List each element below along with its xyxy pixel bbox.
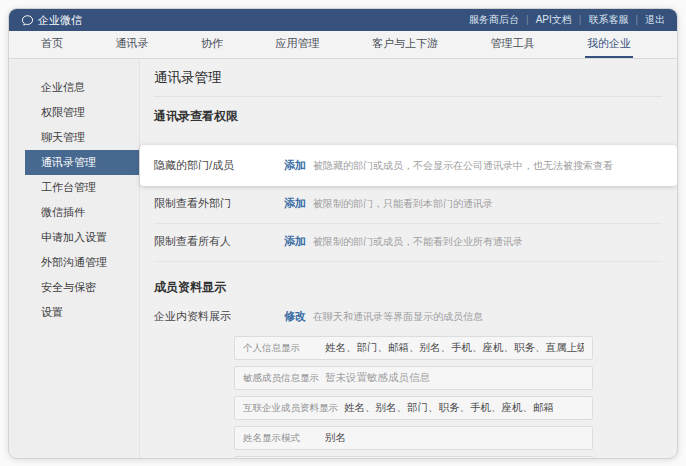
nav-tab[interactable]: 我的企业 (585, 31, 633, 58)
sidebar: 企业信息 权限管理 聊天管理 通讯录管理 工作台管理 微信插件 申请加入设置 外… (9, 59, 140, 458)
nav-tab[interactable]: 协作 (199, 31, 225, 58)
table-row-label: 敏感成员信息显示 (243, 372, 325, 385)
primary-nav: 首页 通讯录 协作 应用管理 客户与上下游 管理工具 我的企业 (9, 31, 677, 59)
add-link[interactable]: 添加 (284, 234, 306, 249)
modify-link[interactable]: 修改 (284, 309, 306, 324)
topbar-link[interactable]: 联系客服 (588, 13, 645, 27)
profile-display-table: 个人信息显示 姓名、部门、邮箱、别名、手机、座机、职务、直属上级、官网、测...… (234, 336, 593, 459)
permission-row-desc: 被限制的部门或成员，不能看到企业所有通讯录 (313, 235, 523, 249)
permission-row-label: 隐藏的部门/成员 (154, 158, 284, 173)
profile-edit-label: 企业内资料展示 (154, 309, 284, 324)
table-row: 姓名显示模式 别名 (234, 426, 593, 450)
sidebar-item[interactable]: 企业信息 (25, 75, 139, 100)
table-row-label: 姓名显示模式 (243, 432, 325, 445)
content-body: 企业信息 权限管理 聊天管理 通讯录管理 工作台管理 微信插件 申请加入设置 外… (9, 59, 677, 458)
topbar-link[interactable]: 服务商后台 (469, 13, 536, 27)
add-link[interactable]: 添加 (284, 158, 306, 173)
permission-row: 限制查看所有人 添加 被限制的部门或成员，不能看到企业所有通讯录 (154, 224, 662, 262)
nav-tab[interactable]: 管理工具 (489, 31, 537, 58)
add-link[interactable]: 添加 (284, 196, 306, 211)
profile-edit-row: 企业内资料展示 修改 在聊天和通讯录等界面显示的成员信息 (154, 309, 662, 324)
topbar-link[interactable]: 退出 (645, 13, 665, 27)
sidebar-item[interactable]: 设置 (25, 300, 139, 325)
permission-row-label: 限制查看外部门 (154, 196, 284, 211)
topbar: 企业微信 服务商后台 API文档 联系客服 退出 (9, 9, 677, 31)
sidebar-item[interactable]: 通讯录管理 (25, 150, 139, 175)
table-row: 桌面端信息显示 职务 (234, 456, 593, 459)
sidebar-item[interactable]: 权限管理 (25, 100, 139, 125)
nav-tab[interactable]: 通讯录 (114, 31, 151, 58)
page-title: 通讯录管理 (154, 68, 662, 87)
app-logo: 企业微信 (21, 13, 82, 28)
table-row-value: 暂未设置敏感成员信息 (325, 371, 430, 385)
app-window: 企业微信 服务商后台 API文档 联系客服 退出 首页 通讯录 协作 应用管理 … (8, 8, 678, 459)
sidebar-item[interactable]: 工作台管理 (25, 175, 139, 200)
nav-tab[interactable]: 客户与上下游 (370, 31, 440, 58)
sidebar-item[interactable]: 聊天管理 (25, 125, 139, 150)
table-row-value: 姓名、别名、部门、职务、手机、座机、邮箱 (344, 401, 554, 415)
section-heading-view-permission: 通讯录查看权限 (154, 109, 662, 124)
title-divider (154, 96, 662, 97)
table-row: 互联企业成员资料显示 姓名、别名、部门、职务、手机、座机、邮箱 (234, 396, 593, 420)
permission-row-desc: 被限制的部门，只能看到本部门的通讯录 (313, 197, 493, 211)
nav-tab[interactable]: 首页 (39, 31, 65, 58)
sidebar-item[interactable]: 外部沟通管理 (25, 250, 139, 275)
sidebar-item[interactable]: 微信插件 (25, 200, 139, 225)
permission-row-desc: 被隐藏的部门或成员，不会显示在公司通讯录中，也无法被搜索查看 (313, 159, 613, 173)
table-row-label: 个人信息显示 (243, 342, 325, 355)
profile-edit-desc: 在聊天和通讯录等界面显示的成员信息 (313, 310, 483, 324)
main-panel: 通讯录管理 通讯录查看权限 隐藏的部门/成员 添加 被隐藏的部门或成员，不会显示… (140, 59, 677, 458)
wecom-chat-bubble-icon (21, 14, 34, 27)
table-row-value: 别名 (325, 431, 346, 445)
sidebar-item[interactable]: 安全与保密 (25, 275, 139, 300)
permission-row-label: 限制查看所有人 (154, 234, 284, 249)
table-row-value: 姓名、部门、邮箱、别名、手机、座机、职务、直属上级、官网、测... (325, 341, 584, 355)
table-row: 个人信息显示 姓名、部门、邮箱、别名、手机、座机、职务、直属上级、官网、测... (234, 336, 593, 360)
topbar-link[interactable]: API文档 (536, 13, 589, 27)
section-heading-profile-display: 成员资料显示 (154, 280, 662, 295)
table-row-label: 互联企业成员资料显示 (243, 402, 344, 415)
table-row: 敏感成员信息显示 暂未设置敏感成员信息 (234, 366, 593, 390)
topbar-links: 服务商后台 API文档 联系客服 退出 (469, 13, 665, 27)
nav-tab[interactable]: 应用管理 (274, 31, 322, 58)
permission-row: 隐藏的部门/成员 添加 被隐藏的部门或成员，不会显示在公司通讯录中，也无法被搜索… (140, 145, 677, 186)
permission-row: 限制查看外部门 添加 被限制的部门，只能看到本部门的通讯录 (154, 186, 662, 224)
app-logo-text: 企业微信 (38, 13, 82, 28)
sidebar-item[interactable]: 申请加入设置 (25, 225, 139, 250)
